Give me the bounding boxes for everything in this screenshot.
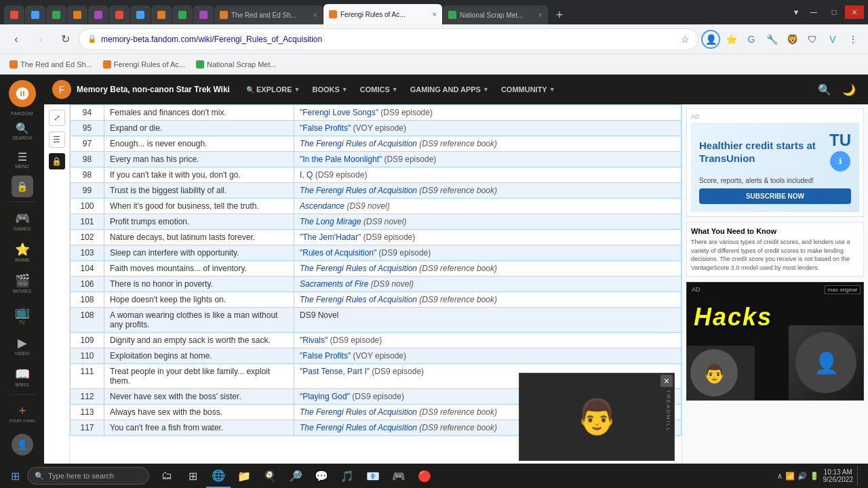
source-link[interactable]: "Playing God" — [300, 392, 350, 401]
bookmark-red-ed[interactable]: The Red and Ed Sh... — [5, 59, 96, 70]
sidebar-lock-btn[interactable]: 🔒 — [12, 176, 33, 197]
start-button[interactable]: ⊞ — [3, 464, 27, 488]
nav-search-btn[interactable]: 🔍 — [814, 79, 835, 100]
taskbar-clock[interactable]: 10:13 AM 9/26/2022 — [823, 468, 854, 483]
source-link[interactable]: "False Profits" — [300, 351, 351, 361]
tab-ferengi[interactable]: Ferengi Rules of Ac... × — [323, 4, 442, 24]
back-button[interactable]: ‹ — [5, 28, 27, 50]
extension-icon-3[interactable]: 🔧 — [762, 30, 781, 49]
taskbar-app-9[interactable]: 📧 — [361, 464, 385, 488]
source-link[interactable]: "Ferengi Love Songs" — [300, 108, 378, 117]
taskbar-app-8[interactable]: 🎵 — [335, 464, 359, 488]
source-link[interactable]: The Ferengi Rules of Acquisition — [300, 295, 417, 304]
tray-volume-icon[interactable]: 🔊 — [797, 472, 807, 481]
sidebar-anime-btn[interactable]: ⭐ ANIME — [7, 237, 37, 267]
tab-red-ed[interactable]: The Red and Ed Sh... × — [214, 5, 323, 24]
taskbar-app-11[interactable]: 🔴 — [412, 464, 437, 488]
source-link[interactable]: "Past Tense, Part I" — [300, 367, 370, 376]
show-desktop-button[interactable] — [857, 466, 861, 485]
expand-icon[interactable]: ⤢ — [49, 110, 65, 126]
tab-item[interactable] — [4, 5, 24, 24]
source-link[interactable]: Sacraments of Fire — [300, 279, 368, 289]
sidebar-video-btn[interactable]: ▶ VIDEO — [7, 331, 37, 361]
taskbar-app-6[interactable]: 🔎 — [283, 464, 308, 488]
wiki-logo-area[interactable]: F Memory Beta, non-canon Star Trek Wiki — [52, 80, 230, 99]
taskbar-app-4[interactable]: 📁 — [232, 464, 256, 488]
reload-button[interactable]: ↻ — [54, 28, 76, 50]
profile-button[interactable]: 👤 — [701, 30, 720, 49]
source-link[interactable]: The Ferengi Rules of Acquisition — [300, 186, 417, 195]
bookmark-ferengi[interactable]: Ferengi Rules of Ac... — [99, 59, 189, 70]
source-link[interactable]: Ascendance — [300, 201, 344, 211]
sidebar-games-btn[interactable]: 🎮 GAMES — [7, 206, 37, 236]
sidebar-movies-btn[interactable]: 🎬 MOVIES — [7, 268, 37, 298]
extension-icon-6[interactable]: V — [823, 30, 842, 49]
new-tab-button[interactable]: + — [550, 5, 569, 24]
tray-network-icon[interactable]: 📶 — [785, 472, 795, 481]
tab-item[interactable] — [67, 5, 87, 24]
nav-theme-btn[interactable]: 🌙 — [838, 79, 860, 100]
sidebar-menu-btn[interactable]: ☰ Menu — [7, 146, 37, 173]
source-link[interactable]: "Rules of Acquisition" — [300, 248, 376, 258]
source-link[interactable]: The Ferengi Rules of Acquisition — [300, 139, 417, 148]
tab-item[interactable] — [46, 5, 66, 24]
restore-button[interactable]: □ — [825, 5, 844, 19]
extension-icon-2[interactable]: G — [742, 30, 761, 49]
source-link[interactable]: "The Jem'Hadar" — [300, 232, 361, 242]
taskbar-app-5[interactable]: 🍳 — [258, 464, 282, 488]
tab-close-icon[interactable]: × — [313, 11, 317, 19]
minimize-button[interactable]: ─ — [804, 5, 823, 19]
address-bar[interactable]: 🔒 memory-beta.fandom.com/wiki/Ferengi_Ru… — [79, 28, 698, 50]
nav-gaming[interactable]: GAMING AND APPS ▼ — [405, 81, 494, 98]
tab-list-button[interactable]: ▼ — [789, 5, 803, 19]
star-icon[interactable]: ☆ — [681, 34, 690, 45]
sidebar-start-wiki-btn[interactable]: ＋ START A WIKI — [7, 398, 37, 428]
close-window-button[interactable]: × — [845, 5, 864, 19]
extension-icon-4[interactable]: 🦁 — [783, 30, 802, 49]
source-link[interactable]: The Ferengi Rules of Acquisition — [300, 423, 417, 432]
tab-close-icon[interactable]: × — [538, 11, 542, 19]
sidebar-wikis-btn[interactable]: 📖 WIKIS — [7, 362, 37, 392]
sidebar-search-btn[interactable]: 🔍 Search — [7, 117, 37, 144]
bookmark-national[interactable]: National Scrap Met... — [192, 59, 281, 70]
source-link[interactable]: The Long Mirage — [300, 217, 361, 226]
fandom-logo[interactable] — [9, 80, 36, 107]
lock-page-icon[interactable]: 🔒 — [49, 153, 65, 169]
tab-item[interactable] — [193, 5, 214, 24]
taskbar-browser[interactable]: 🌐 — [206, 464, 231, 488]
source-link[interactable]: The Ferengi Rules of Acquisition — [300, 264, 417, 273]
taskbar-file-explorer[interactable]: 🗂 — [155, 464, 179, 488]
tab-item[interactable] — [88, 5, 108, 24]
extension-icon-5[interactable]: 🛡 — [803, 30, 822, 49]
taskbar-search[interactable]: 🔍 Type here to search — [27, 467, 149, 485]
nav-books[interactable]: BOOKS ▼ — [307, 81, 353, 98]
source-link[interactable]: I, Q — [300, 170, 313, 180]
tab-national-scrap[interactable]: National Scrap Met... × — [443, 5, 548, 24]
source-link[interactable]: The Ferengi Rules of Acquisition — [300, 407, 417, 417]
nav-community[interactable]: COMMUNITY ▼ — [496, 81, 561, 98]
sidebar-tv-btn[interactable]: 📺 TV — [7, 300, 37, 329]
nav-comics[interactable]: COMICS ▼ — [355, 81, 403, 98]
forward-button[interactable]: › — [30, 28, 52, 50]
more-button[interactable]: ⋮ — [844, 30, 863, 49]
nav-explore[interactable]: 🔍 EXPLORE ▼ — [241, 81, 306, 98]
extension-icon-1[interactable]: ⭐ — [722, 30, 741, 49]
tab-item[interactable] — [25, 5, 45, 24]
subscribe-button[interactable]: SUBSCRIBE NOW — [699, 188, 851, 204]
source-link[interactable]: "Rivals" — [300, 336, 328, 345]
video-close-button[interactable]: × — [660, 375, 673, 387]
tab-close-icon[interactable]: × — [433, 10, 437, 18]
source-link[interactable]: "In the Pale Moonlight" — [300, 155, 382, 164]
tab-item[interactable] — [151, 5, 172, 24]
source-link[interactable]: "False Profits" — [300, 123, 351, 133]
taskbar-app-10[interactable]: 🎮 — [387, 464, 411, 488]
list-view-icon[interactable]: ☰ — [49, 131, 65, 148]
taskbar-app-7[interactable]: 💬 — [309, 464, 334, 488]
sidebar-avatar[interactable]: 👤 — [12, 434, 33, 455]
tray-battery-icon[interactable]: 🔋 — [810, 472, 819, 481]
tab-item[interactable] — [109, 5, 130, 24]
tab-item[interactable] — [172, 5, 193, 24]
taskbar-start-menu-2[interactable]: ⊞ — [180, 464, 205, 488]
tab-item[interactable] — [130, 5, 151, 24]
tray-up-icon[interactable]: ∧ — [777, 472, 783, 481]
